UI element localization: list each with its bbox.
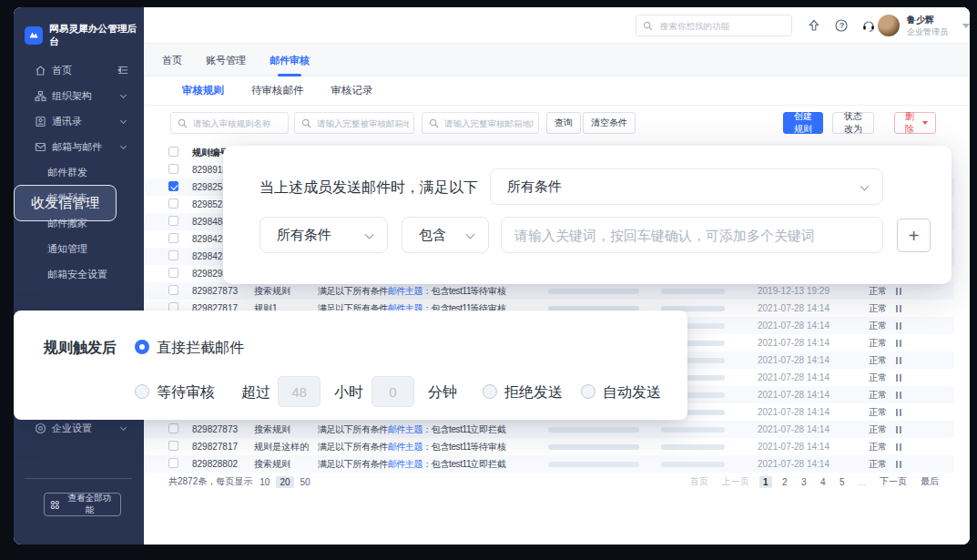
app-logo: 网易灵犀办公管理后台 <box>14 7 144 48</box>
page-item: ... <box>855 476 870 488</box>
option-block-label[interactable]: 直接拦截邮件 <box>157 339 244 358</box>
caret-down-icon <box>922 121 928 125</box>
row-checkbox[interactable] <box>168 285 178 295</box>
avatar[interactable] <box>878 15 900 36</box>
pause-icon[interactable] <box>896 357 901 364</box>
row-checkbox[interactable] <box>168 268 178 278</box>
headset-icon[interactable] <box>861 18 876 33</box>
delete-button[interactable]: 删除 <box>894 112 936 134</box>
page-current[interactable]: 1 <box>759 476 772 488</box>
mail-subject-link[interactable]: 邮件主题： <box>388 459 432 469</box>
global-search-input[interactable] <box>658 15 788 36</box>
audited-mail-filter <box>294 112 414 134</box>
pause-icon[interactable] <box>896 392 901 399</box>
operator-select[interactable]: 包含 <box>402 217 489 253</box>
auditor-mail-input[interactable] <box>443 113 535 133</box>
create-rule-button[interactable]: 创建规则 <box>783 112 823 134</box>
option-reject-label[interactable]: 拒绝发送 <box>504 383 563 402</box>
keyword-input[interactable] <box>502 218 882 252</box>
help-icon[interactable]: ? <box>834 18 849 33</box>
page-item[interactable]: 3 <box>798 476 810 488</box>
radio-auto-send[interactable] <box>581 384 595 399</box>
row-checkbox[interactable] <box>168 199 178 209</box>
pause-icon[interactable] <box>896 374 901 382</box>
minutes-input[interactable] <box>371 376 414 407</box>
condition-scope-select[interactable]: 所有条件 <box>260 217 388 253</box>
sidebar-item-mailbox[interactable]: 邮箱与邮件 <box>14 134 144 159</box>
page-item[interactable]: 5 <box>836 476 849 488</box>
row-checkbox[interactable] <box>168 233 178 243</box>
sidebar-item-home[interactable]: 首页 <box>14 57 144 83</box>
pause-icon[interactable] <box>896 288 901 295</box>
sidebar-item-contacts[interactable]: 通讯录 <box>14 108 144 134</box>
collapse-sidebar-icon[interactable] <box>117 65 128 76</box>
row-checkbox[interactable] <box>168 458 178 468</box>
page-item[interactable]: 下一页 <box>876 474 911 489</box>
all-features-button[interactable]: 查看全部功能 <box>44 493 121 516</box>
rule-name-input[interactable] <box>191 113 285 133</box>
clear-filters-button[interactable]: 清空条件 <box>583 112 636 134</box>
pause-icon[interactable] <box>896 426 901 433</box>
row-checkbox[interactable] <box>168 423 178 433</box>
page-item[interactable]: 4 <box>817 476 829 488</box>
radio-reject-send[interactable] <box>483 384 497 399</box>
radio-wait-audit[interactable] <box>135 384 149 399</box>
status-text: 正常 <box>869 441 887 453</box>
chevron-down-icon <box>860 182 870 191</box>
sidebar-item-notification-mgmt[interactable]: 通知管理 <box>14 236 144 261</box>
row-checkbox[interactable] <box>168 441 178 451</box>
search-button[interactable]: 查询 <box>546 112 581 134</box>
subtab-audit-rules[interactable]: 审核规则 <box>182 84 224 97</box>
sidebar-item-mail-migration[interactable]: 邮件搬家 <box>14 210 144 236</box>
pause-icon[interactable] <box>896 340 901 347</box>
option-auto-label[interactable]: 自动发送 <box>603 383 661 402</box>
pause-icon[interactable] <box>896 409 901 416</box>
pause-icon[interactable] <box>896 461 901 468</box>
option-wait-label[interactable]: 等待审核 <box>157 383 215 402</box>
sidebar-item-mail-list[interactable]: 邮件列表 <box>14 185 144 210</box>
change-status-button[interactable]: 状态改为 <box>832 112 874 134</box>
subtab-pending-mail[interactable]: 待审核邮件 <box>251 84 304 97</box>
topbar: ? 鲁少辉 企业管理员 <box>144 7 970 44</box>
rule-action: 等待审核 <box>470 441 548 453</box>
total-count: 共2872条，每页显示 <box>168 475 252 488</box>
row-checkbox[interactable] <box>168 181 178 191</box>
mail-subject-link[interactable]: 邮件主题： <box>388 442 432 452</box>
row-checkbox[interactable] <box>168 216 178 226</box>
row-checkbox[interactable] <box>168 250 178 260</box>
keyword-input-wrap <box>501 217 883 253</box>
mail-icon <box>35 141 46 153</box>
user-name[interactable]: 鲁少辉 <box>907 14 934 26</box>
sidebar-item-org[interactable]: 组织架构 <box>14 83 144 108</box>
page-size-option[interactable]: 20 <box>276 476 293 488</box>
pause-icon[interactable] <box>896 443 901 451</box>
page-item[interactable]: 最后 <box>917 474 942 489</box>
tab-mail-audit[interactable]: 邮件审核 <box>270 44 310 76</box>
mail-subject-link[interactable]: 邮件主题： <box>388 424 432 434</box>
sidebar-item-mail-security[interactable]: 邮箱安全设置 <box>14 261 144 287</box>
rule-condition: 满足以下所有条件邮件主题：包含test11 <box>318 458 470 471</box>
row-checkbox[interactable] <box>168 164 178 174</box>
match-mode-select[interactable]: 所有条件 <box>490 168 883 205</box>
select-all-checkbox[interactable] <box>168 147 178 157</box>
pause-icon[interactable] <box>896 305 901 312</box>
caret-down-icon[interactable] <box>962 24 970 28</box>
add-condition-button[interactable]: + <box>897 219 931 252</box>
page-size-option[interactable]: 50 <box>297 476 314 488</box>
page-size-option[interactable]: 10 <box>256 476 273 488</box>
pause-icon[interactable] <box>896 322 901 330</box>
rule-id: 829827873 <box>192 286 254 296</box>
subtab-audit-records[interactable]: 审核记录 <box>331 84 373 97</box>
condition-scope-value: 所有条件 <box>277 227 331 244</box>
upload-icon[interactable] <box>807 18 821 33</box>
radio-block-mail[interactable] <box>135 340 149 354</box>
hours-input[interactable] <box>278 376 321 407</box>
page-item[interactable]: 2 <box>779 476 791 488</box>
rule-id: 829827817 <box>192 442 254 452</box>
tab-account-mgmt[interactable]: 账号管理 <box>206 44 246 76</box>
sidebar-item-mass-mail[interactable]: 邮件群发 <box>14 159 144 185</box>
audited-mail-input[interactable] <box>315 113 411 133</box>
mail-subject-link[interactable]: 邮件主题： <box>388 286 432 296</box>
minutes-unit-label: 分钟 <box>428 383 457 402</box>
tab-home[interactable]: 首页 <box>162 44 182 76</box>
